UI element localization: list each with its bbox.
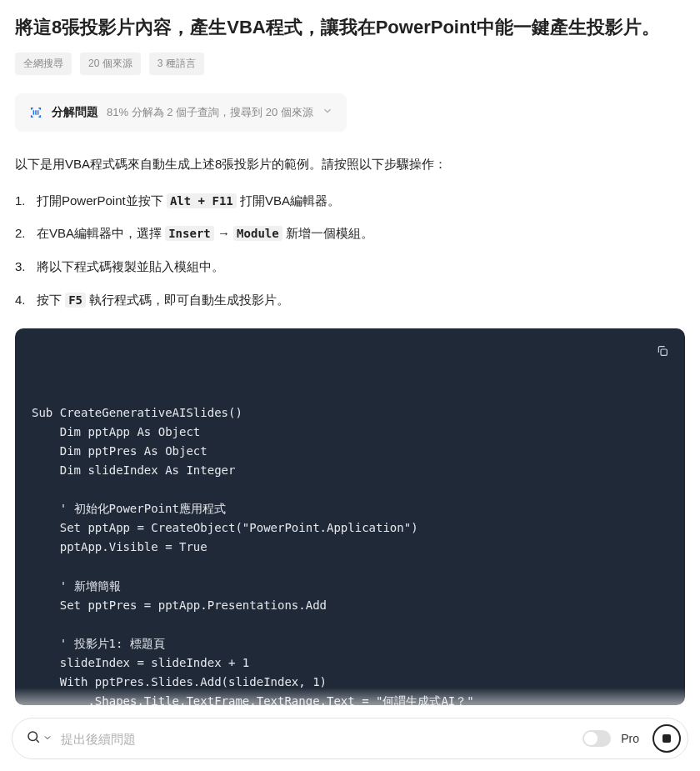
kbd-f5: F5 — [65, 293, 86, 308]
tag-languages[interactable]: 3 種語言 — [149, 53, 204, 75]
kbd-insert: Insert — [165, 226, 214, 241]
steps-list: 打開PowerPoint並按下 Alt + F11 打開VBA編輯器。 在VBA… — [15, 190, 685, 311]
disclosure-meta: 81% 分解為 2 個子查詢，搜尋到 20 個來源 — [107, 105, 313, 120]
chevron-down-icon — [42, 731, 52, 746]
page-title: 將這8張投影片內容，產生VBA程式，讓我在PowerPoint中能一鍵產生投影片… — [15, 13, 685, 41]
stop-button[interactable] — [652, 724, 681, 753]
followup-input[interactable] — [61, 732, 574, 746]
step-3: 將以下程式碼複製並貼入模組中。 — [15, 256, 685, 278]
step-4: 按下 F5 執行程式碼，即可自動生成投影片。 — [15, 289, 685, 311]
pro-label: Pro — [621, 732, 639, 745]
pro-toggle[interactable] — [582, 730, 611, 747]
kbd-alt-f11: Alt + F11 — [167, 193, 237, 208]
tag-search-scope[interactable]: 全網搜尋 — [15, 53, 72, 75]
stop-icon — [662, 734, 671, 743]
code-content: Sub CreateGenerativeAISlides() Dim pptAp… — [32, 403, 668, 706]
search-icon — [26, 729, 41, 748]
code-block: Sub CreateGenerativeAISlides() Dim pptAp… — [15, 328, 685, 705]
search-scope-button[interactable] — [26, 729, 52, 748]
copy-button[interactable] — [652, 340, 673, 362]
svg-point-1 — [28, 732, 38, 741]
kbd-module: Module — [233, 226, 282, 241]
tag-sources[interactable]: 20 個來源 — [80, 53, 141, 75]
disclosure-label: 分解問題 — [52, 105, 98, 120]
step-1: 打開PowerPoint並按下 Alt + F11 打開VBA編輯器。 — [15, 190, 685, 212]
followup-input-bar: Pro — [12, 718, 688, 759]
reasoning-disclosure[interactable]: 分解問題 81% 分解為 2 個子查詢，搜尋到 20 個來源 — [15, 93, 347, 132]
step-2: 在VBA編輯器中，選擇 Insert → Module 新增一個模組。 — [15, 223, 685, 244]
intro-text: 以下是用VBA程式碼來自動生成上述8張投影片的範例。請按照以下步驟操作： — [15, 153, 685, 175]
tag-row: 全網搜尋 20 個來源 3 種語言 — [15, 53, 685, 75]
svg-rect-0 — [661, 349, 667, 355]
chevron-down-icon — [322, 105, 333, 120]
barcode-icon — [28, 105, 43, 120]
